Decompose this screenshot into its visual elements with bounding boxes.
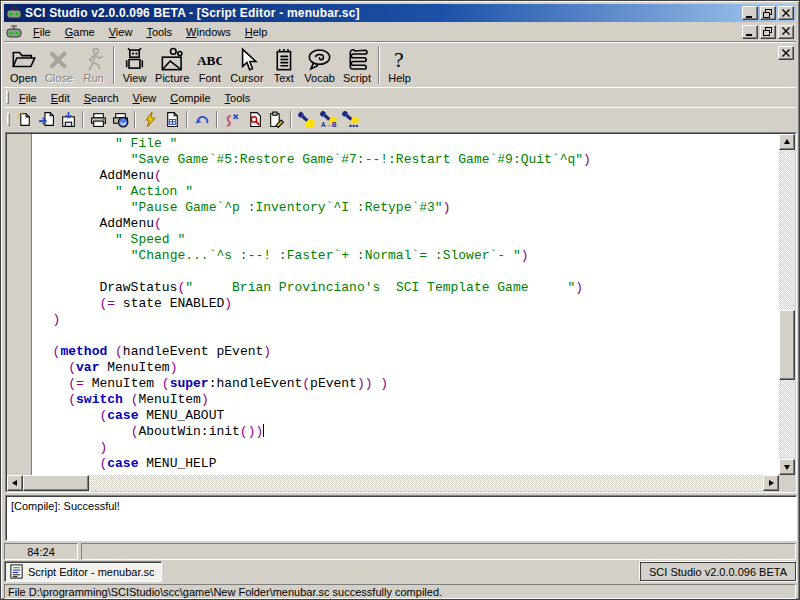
menubar-gripper[interactable] xyxy=(6,91,9,104)
compile-button[interactable] xyxy=(139,109,161,130)
build-button[interactable] xyxy=(161,109,183,130)
code-area[interactable]: " File " "Save Game`#5:Restore Game`#7:-… xyxy=(33,134,779,475)
print-button[interactable] xyxy=(87,109,109,130)
cursor-position: 84:24 xyxy=(4,543,78,560)
editor-gutter xyxy=(7,134,32,475)
scroll-left-button[interactable] xyxy=(7,475,23,491)
menu-item-compile[interactable]: Compile xyxy=(163,90,217,106)
vertical-scrollbar[interactable] xyxy=(779,134,795,475)
main-toolbar-buttons: OpenCloseRunViewPictureABCFontCursorText… xyxy=(6,45,416,86)
print-preview-icon xyxy=(112,111,129,128)
vscroll-thumb[interactable] xyxy=(779,310,795,380)
code-line: DrawStatus(" Brian Provinciano's SCI Tem… xyxy=(37,280,779,296)
editor-toolbar: A→B xyxy=(4,107,796,131)
text-toolbar-button[interactable]: Text xyxy=(267,45,300,86)
scroll-up-button[interactable] xyxy=(779,134,795,150)
app-icon xyxy=(6,5,22,21)
toolbar-button-label: Help xyxy=(388,72,411,84)
open-folder-icon xyxy=(11,47,36,72)
menu-item-view[interactable]: View xyxy=(102,24,140,40)
open-toolbar-button[interactable]: Open xyxy=(6,45,41,86)
menu-item-search[interactable]: Search xyxy=(77,90,126,106)
code-line: "Save Game`#5:Restore Game`#7:--!:Restar… xyxy=(37,152,779,168)
toolbar-button-label: Run xyxy=(83,72,103,84)
find-more-icon xyxy=(342,111,359,128)
find-more-button[interactable] xyxy=(339,109,361,130)
editor-menu-items: FileEditSearchViewCompileTools xyxy=(12,90,257,106)
scroll-right-button[interactable] xyxy=(763,475,779,491)
toolbar-gripper[interactable] xyxy=(7,113,10,126)
open-file-icon xyxy=(38,111,55,128)
code-line: (method (handleEvent pEvent) xyxy=(37,344,779,360)
compile-output-panel[interactable]: [Compile]: Successful! xyxy=(5,495,797,541)
new-file-button[interactable] xyxy=(13,109,35,130)
font-toolbar-button[interactable]: ABCFont xyxy=(193,45,226,86)
toolbar-button-label: Close xyxy=(45,72,73,84)
search-file-button[interactable] xyxy=(243,109,265,130)
replace-button[interactable] xyxy=(265,109,287,130)
vocab-toolbar-button[interactable]: Vocab xyxy=(300,45,339,86)
title-bar[interactable]: SCI Studio v2.0.0.096 BETA - [Script Edi… xyxy=(4,4,796,22)
new-file-icon xyxy=(16,111,33,128)
menu-item-file[interactable]: File xyxy=(12,90,44,106)
menu-item-edit[interactable]: Edit xyxy=(44,90,77,106)
script-icon xyxy=(344,47,369,72)
child-minimize-button[interactable] xyxy=(742,25,758,39)
print-icon xyxy=(90,111,107,128)
run-toolbar-button: Run xyxy=(77,45,110,86)
script-toolbar-button[interactable]: Script xyxy=(339,45,375,86)
save-file-button[interactable] xyxy=(57,109,79,130)
code-line: (var MenuItem) xyxy=(37,360,779,376)
menu-item-file[interactable]: File xyxy=(26,24,58,40)
app-window: SCI Studio v2.0.0.096 BETA - [Script Edi… xyxy=(0,0,800,600)
toolbar-button-label: Open xyxy=(10,72,37,84)
view-toolbar-button[interactable]: View xyxy=(118,45,151,86)
print-preview-button[interactable] xyxy=(109,109,131,130)
menu-item-tools[interactable]: Tools xyxy=(218,90,258,106)
child-close-button[interactable] xyxy=(778,25,794,39)
cursor-toolbar-button[interactable]: Cursor xyxy=(226,45,267,86)
scroll-down-button[interactable] xyxy=(779,459,795,475)
toolbar-button-label: Picture xyxy=(155,72,189,84)
find-next-button[interactable]: A→B xyxy=(317,109,339,130)
task-button-label: Script Editor - menubar.sc xyxy=(28,566,155,578)
toolbar-close-button[interactable] xyxy=(778,46,794,60)
close-x-icon xyxy=(46,47,71,72)
script-file-icon xyxy=(9,564,24,579)
hscroll-thumb[interactable] xyxy=(23,475,89,491)
toolbar-separator xyxy=(216,111,218,128)
toolbar-separator xyxy=(290,111,292,128)
minimize-button[interactable] xyxy=(742,6,758,20)
menu-item-help[interactable]: Help xyxy=(238,24,275,40)
editor-menu-bar: FileEditSearchViewCompileTools xyxy=(4,87,796,107)
menu-item-view[interactable]: View xyxy=(126,90,164,106)
task-button-script-editor[interactable]: Script Editor - menubar.sc xyxy=(4,561,162,582)
code-line: (switch (MenuItem) xyxy=(37,392,779,408)
find-highlight-button[interactable] xyxy=(295,109,317,130)
status-message: File D:\programming\SCIStudio\scc\game\N… xyxy=(8,586,442,598)
menu-item-tools[interactable]: Tools xyxy=(139,24,179,40)
restore-button[interactable] xyxy=(760,6,776,20)
menu-item-windows[interactable]: Windows xyxy=(179,24,238,40)
help-toolbar-button[interactable]: ?Help xyxy=(383,45,416,86)
window-taskbar: Script Editor - menubar.sc SCI Studio v2… xyxy=(4,561,796,582)
search-symbol-button[interactable] xyxy=(221,109,243,130)
toolbar-button-label: Cursor xyxy=(230,72,263,84)
replace-icon xyxy=(268,111,285,128)
code-line: " Speed " xyxy=(37,232,779,248)
undo-button[interactable] xyxy=(191,109,213,130)
search-symbol-icon xyxy=(224,111,241,128)
horizontal-scrollbar[interactable] xyxy=(7,475,779,491)
toolbar-separator xyxy=(378,46,380,84)
code-line xyxy=(37,264,779,280)
close-button[interactable] xyxy=(778,6,794,20)
open-file-button[interactable] xyxy=(35,109,57,130)
child-window-icon[interactable] xyxy=(6,24,22,40)
menu-item-game[interactable]: Game xyxy=(58,24,102,40)
child-restore-button[interactable] xyxy=(760,25,776,39)
toolbar-button-label: Font xyxy=(199,72,221,84)
vocab-icon xyxy=(307,47,332,72)
main-status-bar: File D:\programming\SCIStudio\scc\game\N… xyxy=(4,584,796,599)
save-file-icon xyxy=(60,111,77,128)
picture-toolbar-button[interactable]: Picture xyxy=(151,45,193,86)
